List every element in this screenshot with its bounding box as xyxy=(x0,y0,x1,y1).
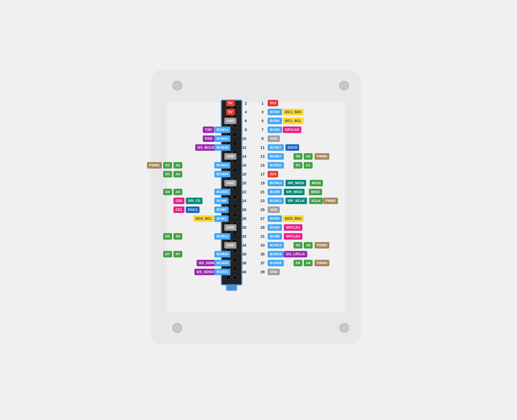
label-miso: MISO xyxy=(309,189,322,195)
label-i2s-lrclk: I2S_LRCLK xyxy=(284,251,307,257)
label-i2c0-scl: I2C0_SCL xyxy=(193,215,214,222)
pin-num-25: 25 xyxy=(258,208,267,212)
label-a3: A3 xyxy=(173,171,182,177)
label-bcm26: BCM26 xyxy=(268,260,284,266)
pin-num-21: 21 xyxy=(258,190,267,194)
label-bcm10: BCM10 xyxy=(268,180,284,186)
pin-num-39: 39 xyxy=(258,270,267,274)
label-bcm2: BCM2 xyxy=(268,109,282,115)
label-5v-4: 5V xyxy=(226,109,235,115)
label-spi-sclk: SPI_SCLK xyxy=(285,198,307,204)
label-i2c1-sda: I2C1_SDA xyxy=(283,109,304,115)
label-pwm3: PWM3 xyxy=(315,242,329,248)
label-5v-2: 5V xyxy=(226,100,235,106)
pin-num-40: 40 xyxy=(240,270,248,274)
label-bcm16: BCM16 xyxy=(214,251,230,257)
label-gnd-6: GND xyxy=(224,118,236,124)
label-pwm4: PWM4 xyxy=(315,260,329,266)
label-a6: A6 xyxy=(304,242,313,248)
pin-num-13: 13 xyxy=(258,154,267,159)
label-pwm0: PWM0 xyxy=(315,153,329,160)
label-bcm5: BCM5 xyxy=(268,224,282,231)
pin-num-22: 22 xyxy=(240,190,248,194)
pin-num-30: 30 xyxy=(240,225,248,230)
pin-num-15: 15 xyxy=(258,163,267,167)
screw-br xyxy=(339,323,349,333)
pin-dot xyxy=(233,267,237,271)
label-gnd-30: GND xyxy=(224,224,236,231)
label-bcm21: BCM21 xyxy=(214,269,230,275)
pin-num-8: 8 xyxy=(242,128,250,132)
pin-dot xyxy=(233,132,237,136)
label-pwm2: PWM2 xyxy=(323,198,338,204)
screw-tl xyxy=(172,81,182,90)
label-d3: D3 xyxy=(163,171,172,177)
label-i2s-sdin: I2S_SDIN xyxy=(197,260,216,266)
label-ce1: CE1 xyxy=(173,206,184,213)
label-d8: D8 xyxy=(294,260,302,266)
label-bcm23: BCM23 xyxy=(214,162,230,169)
pin-num-23: 23 xyxy=(258,199,267,203)
pin-num-27: 27 xyxy=(258,216,267,221)
pin-dot xyxy=(233,248,237,253)
pin-dot xyxy=(233,231,237,235)
pin-num-24: 24 xyxy=(240,199,248,203)
pin-num-34: 34 xyxy=(240,243,248,247)
screw-bl xyxy=(172,323,182,333)
pin-num-3: 3 xyxy=(258,110,267,114)
pin-num-29: 29 xyxy=(258,225,267,230)
label-d4: D4 xyxy=(163,189,172,195)
label-gnd-14: GND xyxy=(224,153,236,160)
label-bcm27: BCM27 xyxy=(268,153,284,160)
pin-num-2: 2 xyxy=(242,101,250,106)
label-bcm13: BCM13 xyxy=(268,242,284,248)
pin-num-16: 16 xyxy=(240,163,248,167)
label-gpclk1: GPCLK1 xyxy=(284,224,302,231)
label-pwm1: PWM1 xyxy=(147,162,162,169)
label-bcm15: BCM15 xyxy=(214,135,230,142)
label-d2: D2 xyxy=(163,162,172,169)
pin-num-17: 17 xyxy=(258,172,267,176)
label-bcm17: BCM17 xyxy=(268,144,284,151)
pin-num-7: 7 xyxy=(258,128,267,132)
pin-num-26: 26 xyxy=(240,208,248,212)
pin-num-9: 9 xyxy=(258,136,267,141)
pin-num-28: 28 xyxy=(240,216,248,221)
label-bcm11: BCM11 xyxy=(268,198,284,204)
pin-num-20: 20 xyxy=(240,181,248,185)
board-container: 2 4 6 8 10 12 14 16 18 20 22 24 26 28 30… xyxy=(97,48,420,372)
label-d6: D6 xyxy=(294,242,302,248)
label-gnd-9: GND xyxy=(268,135,280,142)
pin-dot xyxy=(233,213,237,217)
label-mosi: MOSI xyxy=(310,180,323,186)
label-bcm25: BCM25 xyxy=(214,189,230,195)
pin-dot xyxy=(233,141,237,145)
label-a5: A5 xyxy=(173,233,182,240)
label-bcm3: BCM3 xyxy=(268,118,282,124)
pin-num-4: 4 xyxy=(242,110,250,114)
pin-dot xyxy=(233,186,237,190)
label-gnd-34: GND xyxy=(224,242,236,248)
label-bcm18: BCM18 xyxy=(214,144,230,151)
label-bcm7: BCM7 xyxy=(214,206,229,213)
pin-num-19: 19 xyxy=(258,181,267,185)
label-bcm12: BCM12 xyxy=(214,233,230,240)
label-bcm9: BCM9 xyxy=(268,189,282,195)
label-a2: A2 xyxy=(173,162,182,169)
label-bcm1: BCM1 xyxy=(214,215,229,222)
label-gpclk0: GPCLK0 xyxy=(283,127,301,133)
label-d7: D7 xyxy=(163,251,172,257)
label-sclk: SCLK xyxy=(309,198,323,204)
label-3v3-1: 3V3 xyxy=(268,100,278,106)
pin-num-35: 35 xyxy=(258,252,267,256)
label-d0: D0 xyxy=(294,153,302,160)
label-bcm20: BCM20 xyxy=(214,260,230,266)
label-a8: A8 xyxy=(304,260,313,266)
pin-num-32: 32 xyxy=(240,234,248,239)
label-spi-miso: SPI_MISO xyxy=(284,189,305,195)
label-i2s-bclk: I2S_BCLK xyxy=(195,144,216,151)
label-i2c1-scl: I2C1_SCL xyxy=(283,118,303,124)
pin-num-14: 14 xyxy=(240,154,248,159)
pin-num-5: 5 xyxy=(258,119,267,123)
label-bcm6: BCM6 xyxy=(268,233,282,240)
